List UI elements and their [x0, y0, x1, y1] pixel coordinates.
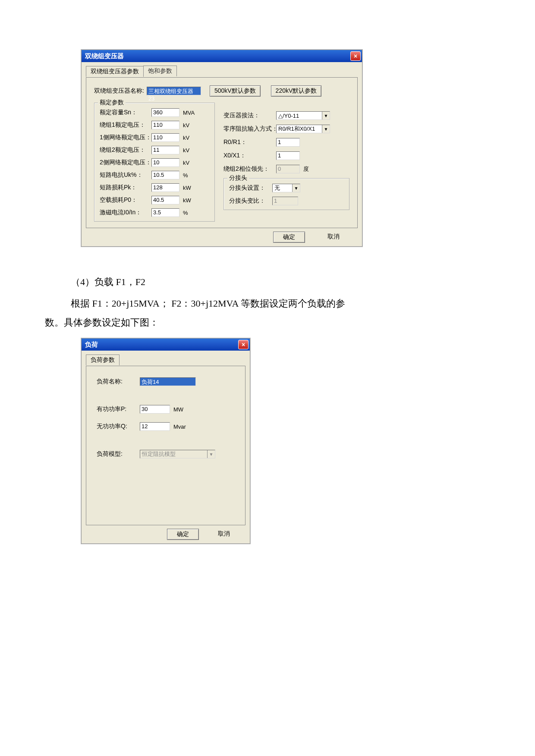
uk-label: 短路电抗Uk%：	[100, 171, 151, 179]
n1v-label: 1侧网络额定电压：	[100, 134, 151, 141]
doc-line-3: 数。具体参数设定如下图：	[45, 313, 483, 332]
pk-input[interactable]: 128	[151, 183, 179, 192]
uk-unit: %	[183, 172, 188, 179]
phase-lead-label: 绕组2相位领先：	[223, 165, 276, 173]
n2v-unit: kV	[183, 160, 189, 166]
cancel-button[interactable]: 取消	[318, 232, 349, 243]
ok-button[interactable]: 确定	[273, 232, 305, 243]
chevron-down-icon: ▼	[207, 450, 215, 458]
chevron-down-icon: ▼	[322, 125, 330, 133]
group-rating: 额定参数 额定容量Sn：360MVA 绕组1额定电压：110kV 1侧网络额定电…	[94, 103, 215, 222]
sn-unit: MVA	[183, 110, 195, 116]
w2v-unit: kV	[183, 147, 189, 154]
chevron-down-icon: ▼	[292, 184, 300, 192]
reactive-power-input[interactable]: 12	[140, 422, 170, 431]
doc-line-2: 根据 F1：20+j15MVA； F2：30+j12MVA 等数据设定两个负载的…	[52, 294, 483, 313]
reactive-power-unit: Mvar	[173, 423, 186, 430]
transformer-name-input[interactable]: 三相双绕组变压器23	[147, 87, 201, 95]
doc-line-1: （4）负载 F1，F2	[52, 273, 483, 292]
w1v-unit: kV	[183, 122, 189, 129]
load-model-label: 负荷模型:	[97, 450, 140, 458]
zero-seq-dropdown[interactable]: R0/R1和X0/X1 ▼	[276, 125, 330, 133]
i0-unit: %	[183, 210, 188, 216]
group-rating-legend: 额定参数	[98, 99, 126, 107]
close-icon[interactable]: ×	[238, 340, 249, 349]
load-name-label: 负荷名称:	[97, 378, 140, 386]
n1v-input[interactable]: 110	[151, 133, 179, 142]
tab-panel: 双绕组变压器名称: 三相双绕组变压器23 500kV默认参数 220kV默认参数…	[86, 77, 358, 228]
phase-lead-unit: 度	[303, 165, 309, 173]
titlebar: 负荷 ×	[82, 339, 250, 351]
tap-ratio-label: 分接头变比：	[229, 197, 272, 205]
group-tap: 分接头 分接头设置： 无 ▼ 分接头变比： 1	[223, 178, 349, 210]
close-icon[interactable]: ×	[350, 51, 361, 61]
titlebar: 双绕组变压器 ×	[82, 50, 362, 62]
chevron-down-icon: ▼	[322, 112, 330, 119]
pk-label: 短路损耗Pk：	[100, 184, 151, 191]
n1v-unit: kV	[183, 135, 189, 141]
w2v-label: 绕组2额定电压：	[100, 146, 151, 154]
window-title: 负荷	[85, 341, 98, 349]
tap-ratio-input: 1	[272, 197, 298, 205]
x0x1-label: X0/X1：	[223, 152, 276, 160]
tap-setting-dropdown[interactable]: 无 ▼	[272, 184, 300, 192]
window-title: 双绕组变压器	[85, 52, 124, 60]
load-name-input[interactable]: 负荷14	[140, 377, 196, 386]
tab-row: 双绕组变压器参数 饱和参数	[86, 66, 358, 76]
ok-button[interactable]: 确定	[167, 529, 199, 540]
x0x1-input[interactable]: 1	[276, 151, 300, 160]
btn-500kv-defaults[interactable]: 500kV默认参数	[210, 85, 261, 97]
transformer-dialog: 双绕组变压器 × 双绕组变压器参数 饱和参数 双绕组变压器名称: 三相双绕组变压…	[81, 50, 362, 247]
active-power-input[interactable]: 30	[140, 405, 170, 414]
btn-220kv-defaults[interactable]: 220kV默认参数	[271, 85, 322, 97]
tab-transformer-params[interactable]: 双绕组变压器参数	[86, 66, 144, 77]
r0r1-input[interactable]: 1	[276, 138, 300, 147]
p0-unit: kW	[183, 197, 191, 204]
phase-lead-input: 0	[276, 165, 300, 173]
tap-setting-label: 分接头设置：	[229, 184, 272, 192]
zero-seq-label: 零序阻抗输入方式：	[223, 125, 276, 133]
tab-saturation-params[interactable]: 饱和参数	[143, 66, 177, 76]
i0-label: 激磁电流I0/In：	[100, 209, 151, 216]
r0r1-label: R0/R1：	[223, 138, 276, 146]
uk-input[interactable]: 10.5	[151, 171, 179, 179]
reactive-power-label: 无功功率Q:	[97, 423, 140, 430]
pk-unit: kW	[183, 185, 191, 191]
group-tap-legend: 分接头	[227, 174, 249, 182]
connection-label: 变压器接法：	[223, 112, 276, 119]
w1v-label: 绕组1额定电压：	[100, 121, 151, 129]
n2v-label: 2侧网络额定电压：	[100, 159, 151, 166]
active-power-label: 有功功率P:	[97, 405, 140, 413]
load-model-dropdown: 恒定阻抗模型 ▼	[140, 450, 215, 458]
w1v-input[interactable]: 110	[151, 121, 179, 129]
name-label: 双绕组变压器名称:	[94, 87, 144, 95]
p0-input[interactable]: 40.5	[151, 196, 179, 204]
i0-input[interactable]: 3.5	[151, 208, 179, 217]
w2v-input[interactable]: 11	[151, 146, 179, 154]
load-dialog: 负荷 × 负荷参数 负荷名称: 负荷14 有功功率P: 30 MW 无功功率Q:	[81, 338, 250, 544]
n2v-input[interactable]: 10	[151, 158, 179, 167]
sn-label: 额定容量Sn：	[100, 109, 151, 116]
sn-input[interactable]: 360	[151, 108, 179, 117]
tab-panel: 负荷名称: 负荷14 有功功率P: 30 MW 无功功率Q: 12 Mvar 负…	[86, 366, 245, 525]
connection-dropdown[interactable]: △/Y0-11 ▼	[276, 111, 330, 120]
cancel-button[interactable]: 取消	[208, 529, 239, 540]
tab-load-params[interactable]: 负荷参数	[86, 354, 120, 365]
active-power-unit: MW	[173, 406, 183, 413]
p0-label: 空载损耗P0：	[100, 196, 151, 204]
